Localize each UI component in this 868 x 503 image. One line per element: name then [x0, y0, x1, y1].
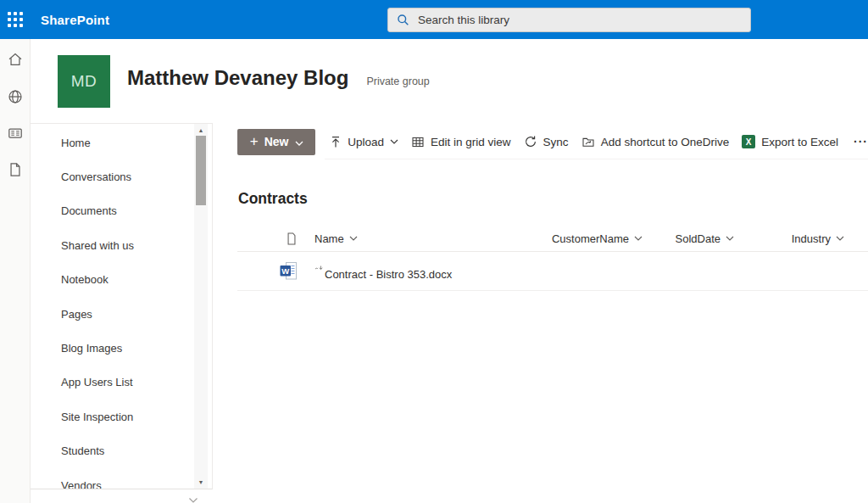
grid-icon: [411, 136, 425, 148]
site-header: Matthew Devaney Blog Private group: [127, 66, 430, 90]
column-label: Industry: [792, 232, 831, 245]
chevron-down-icon: [634, 236, 643, 241]
sidebar-item-blog-images[interactable]: Blog Images: [31, 331, 193, 365]
new-button-label: New: [264, 135, 289, 148]
column-header-name[interactable]: Name: [314, 232, 490, 245]
page-icon: [286, 232, 298, 246]
sync-icon: [524, 135, 537, 148]
sidebar-item-site-inspection[interactable]: Site Inspection: [31, 400, 193, 433]
command-bar: + New Upload Edit in grid view: [237, 128, 868, 155]
sidebar-item-conversations[interactable]: Conversations: [31, 159, 193, 193]
sidebar-item-shared-with-us[interactable]: Shared with us: [31, 228, 193, 262]
chevron-down-icon: [390, 139, 398, 144]
sharepoint-library-page: SharePoint: [0, 0, 868, 503]
upload-icon: [330, 136, 342, 148]
folder-shortcut-icon: [581, 136, 595, 148]
overflow-menu-button[interactable]: ···: [854, 135, 868, 148]
sync-label: Sync: [543, 136, 569, 148]
library-title: Contracts: [238, 190, 308, 208]
sidebar-scrollbar[interactable]: ▲ ▼: [194, 124, 208, 489]
column-label: CustomerName: [552, 232, 629, 245]
command-bar-divider: [325, 159, 868, 159]
excel-icon: X: [742, 135, 755, 148]
chevron-down-icon: [726, 236, 734, 241]
file-type-column-header[interactable]: [237, 232, 314, 246]
table-row[interactable]: W Contract - Bistro 353.docx: [237, 252, 868, 291]
search-box[interactable]: [387, 8, 751, 32]
news-icon[interactable]: [8, 126, 23, 141]
chevron-down-icon: [836, 236, 844, 241]
sidebar-item-home[interactable]: Home: [31, 126, 193, 159]
add-shortcut-onedrive-button[interactable]: Add shortcut to OneDrive: [581, 136, 730, 148]
sidebar-item-pages[interactable]: Pages: [31, 297, 193, 331]
sidebar-item-documents[interactable]: Documents: [31, 194, 193, 228]
sidebar-bottom-chevron-icon[interactable]: [188, 492, 198, 503]
file-name-cell[interactable]: Contract - Bistro 353.docx: [314, 262, 490, 281]
column-header-customername[interactable]: CustomerName: [490, 232, 643, 245]
sidebar-nav: Home Conversations Documents Shared with…: [31, 123, 213, 489]
export-to-excel-button[interactable]: X Export to Excel: [742, 135, 838, 148]
scrollbar-up-arrow[interactable]: ▲: [194, 125, 208, 136]
site-title[interactable]: Matthew Devaney Blog: [127, 66, 348, 90]
home-icon[interactable]: [8, 52, 23, 67]
file-type-cell: W: [237, 262, 314, 280]
sidebar-nav-list: Home Conversations Documents Shared with…: [31, 126, 193, 489]
suite-bar: SharePoint: [0, 0, 868, 39]
sidebar-item-app-users-list[interactable]: App Users List: [31, 366, 193, 400]
search-icon: [397, 14, 409, 26]
scrollbar-down-arrow[interactable]: ▼: [194, 477, 208, 488]
svg-text:W: W: [281, 266, 289, 276]
globe-icon[interactable]: [8, 89, 23, 104]
site-privacy-label: Private group: [366, 75, 429, 87]
left-rail: [0, 39, 31, 503]
export-to-excel-label: Export to Excel: [761, 136, 838, 148]
upload-button[interactable]: Upload: [330, 136, 398, 148]
new-item-icon: [314, 263, 324, 278]
documents-table: Name CustomerName SoldDate Industry: [237, 226, 868, 291]
sidebar-item-vendors[interactable]: Vendors: [31, 468, 193, 489]
table-header-row: Name CustomerName SoldDate Industry: [237, 226, 868, 252]
column-label: SoldDate: [676, 232, 721, 245]
waffle-icon: [8, 12, 23, 27]
sidebar-item-students[interactable]: Students: [31, 434, 193, 468]
scrollbar-thumb[interactable]: [196, 136, 206, 205]
plus-icon: +: [250, 134, 259, 148]
column-header-solddate[interactable]: SoldDate: [643, 232, 734, 245]
edit-grid-view-button[interactable]: Edit in grid view: [411, 136, 511, 148]
sync-button[interactable]: Sync: [524, 135, 569, 148]
sidebar-item-notebook[interactable]: Notebook: [31, 263, 193, 297]
chevron-down-icon: [349, 236, 358, 241]
word-file-icon: W: [280, 262, 298, 280]
new-button[interactable]: + New: [237, 129, 315, 155]
upload-label: Upload: [348, 136, 384, 148]
chevron-down-icon: [295, 135, 303, 148]
site-logo[interactable]: MD: [58, 55, 110, 108]
search-input[interactable]: [418, 14, 742, 26]
suite-app-name[interactable]: SharePoint: [41, 13, 109, 27]
edit-grid-view-label: Edit in grid view: [431, 136, 511, 148]
add-shortcut-onedrive-label: Add shortcut to OneDrive: [601, 136, 730, 148]
column-label: Name: [314, 232, 344, 245]
app-launcher-button[interactable]: [0, 0, 31, 39]
document-icon[interactable]: [8, 162, 23, 177]
file-name[interactable]: Contract - Bistro 353.docx: [325, 268, 452, 281]
column-header-industry[interactable]: Industry: [734, 232, 844, 245]
